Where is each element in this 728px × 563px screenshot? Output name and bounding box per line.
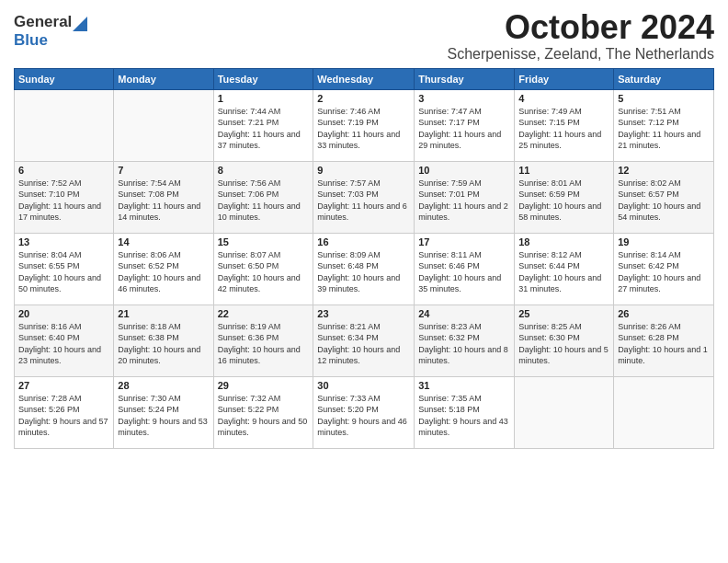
day-info: Sunrise: 8:06 AM Sunset: 6:52 PM Dayligh… — [118, 249, 209, 295]
calendar-cell: 14Sunrise: 8:06 AM Sunset: 6:52 PM Dayli… — [114, 233, 213, 304]
title-area: October 2024 Scherpenisse, Zeeland, The … — [447, 9, 714, 63]
day-info: Sunrise: 7:59 AM Sunset: 7:01 PM Dayligh… — [418, 178, 510, 224]
day-number: 19 — [618, 236, 710, 247]
svg-marker-0 — [73, 17, 87, 31]
col-friday: Friday — [515, 68, 614, 89]
day-info: Sunrise: 7:49 AM Sunset: 7:15 PM Dayligh… — [518, 106, 609, 152]
day-info: Sunrise: 7:56 AM Sunset: 7:06 PM Dayligh… — [218, 178, 310, 224]
day-info: Sunrise: 8:01 AM Sunset: 6:59 PM Dayligh… — [518, 178, 609, 224]
day-number: 21 — [118, 308, 209, 319]
day-number: 2 — [317, 93, 410, 104]
calendar-cell: 27Sunrise: 7:28 AM Sunset: 5:26 PM Dayli… — [15, 376, 114, 448]
day-info: Sunrise: 8:14 AM Sunset: 6:42 PM Dayligh… — [618, 249, 710, 295]
day-number: 6 — [18, 165, 109, 176]
day-info: Sunrise: 8:19 AM Sunset: 6:36 PM Dayligh… — [218, 321, 310, 367]
day-info: Sunrise: 7:33 AM Sunset: 5:20 PM Dayligh… — [317, 393, 410, 439]
day-number: 1 — [218, 93, 310, 104]
calendar-cell — [114, 89, 213, 161]
day-number: 8 — [218, 165, 310, 176]
day-info: Sunrise: 7:46 AM Sunset: 7:19 PM Dayligh… — [317, 106, 410, 152]
calendar-cell: 24Sunrise: 8:23 AM Sunset: 6:32 PM Dayli… — [415, 304, 515, 376]
calendar-cell: 22Sunrise: 8:19 AM Sunset: 6:36 PM Dayli… — [213, 304, 313, 376]
day-info: Sunrise: 7:47 AM Sunset: 7:17 PM Dayligh… — [418, 106, 510, 152]
calendar-cell: 3Sunrise: 7:47 AM Sunset: 7:17 PM Daylig… — [415, 89, 515, 161]
calendar-cell: 30Sunrise: 7:33 AM Sunset: 5:20 PM Dayli… — [313, 376, 415, 448]
day-number: 30 — [317, 380, 410, 391]
week-row-4: 20Sunrise: 8:16 AM Sunset: 6:40 PM Dayli… — [15, 304, 714, 376]
day-number: 9 — [317, 165, 410, 176]
calendar-cell — [515, 376, 614, 448]
day-info: Sunrise: 7:44 AM Sunset: 7:21 PM Dayligh… — [218, 106, 310, 152]
calendar-cell: 11Sunrise: 8:01 AM Sunset: 6:59 PM Dayli… — [515, 161, 614, 233]
day-number: 17 — [418, 236, 510, 247]
day-info: Sunrise: 8:04 AM Sunset: 6:55 PM Dayligh… — [18, 249, 109, 295]
col-tuesday: Tuesday — [213, 68, 313, 89]
day-number: 18 — [518, 236, 609, 247]
calendar-cell: 6Sunrise: 7:52 AM Sunset: 7:10 PM Daylig… — [15, 161, 114, 233]
day-info: Sunrise: 8:16 AM Sunset: 6:40 PM Dayligh… — [18, 321, 109, 367]
day-info: Sunrise: 8:18 AM Sunset: 6:38 PM Dayligh… — [118, 321, 209, 367]
day-number: 14 — [118, 236, 209, 247]
day-info: Sunrise: 7:54 AM Sunset: 7:08 PM Dayligh… — [118, 178, 209, 224]
col-sunday: Sunday — [15, 68, 114, 89]
day-info: Sunrise: 8:26 AM Sunset: 6:28 PM Dayligh… — [618, 321, 710, 367]
logo: General Blue — [14, 13, 87, 50]
col-wednesday: Wednesday — [313, 68, 415, 89]
day-number: 13 — [18, 236, 109, 247]
calendar-cell — [614, 376, 714, 448]
day-info: Sunrise: 8:23 AM Sunset: 6:32 PM Dayligh… — [418, 321, 510, 367]
day-number: 23 — [317, 308, 410, 319]
col-thursday: Thursday — [415, 68, 515, 89]
week-row-1: 1Sunrise: 7:44 AM Sunset: 7:21 PM Daylig… — [15, 89, 714, 161]
day-info: Sunrise: 8:02 AM Sunset: 6:57 PM Dayligh… — [618, 178, 710, 224]
day-number: 20 — [18, 308, 109, 319]
day-number: 22 — [218, 308, 310, 319]
day-number: 4 — [518, 93, 609, 104]
location-title: Scherpenisse, Zeeland, The Netherlands — [447, 46, 714, 63]
calendar-table: Sunday Monday Tuesday Wednesday Thursday… — [14, 68, 714, 449]
day-number: 5 — [618, 93, 710, 104]
calendar-cell: 16Sunrise: 8:09 AM Sunset: 6:48 PM Dayli… — [313, 233, 415, 304]
calendar-cell: 12Sunrise: 8:02 AM Sunset: 6:57 PM Dayli… — [614, 161, 714, 233]
day-info: Sunrise: 8:11 AM Sunset: 6:46 PM Dayligh… — [418, 249, 510, 295]
calendar-cell: 13Sunrise: 8:04 AM Sunset: 6:55 PM Dayli… — [15, 233, 114, 304]
day-info: Sunrise: 8:21 AM Sunset: 6:34 PM Dayligh… — [317, 321, 410, 367]
col-saturday: Saturday — [614, 68, 714, 89]
day-number: 16 — [317, 236, 410, 247]
week-row-5: 27Sunrise: 7:28 AM Sunset: 5:26 PM Dayli… — [15, 376, 714, 448]
calendar-cell — [15, 89, 114, 161]
calendar-cell: 26Sunrise: 8:26 AM Sunset: 6:28 PM Dayli… — [614, 304, 714, 376]
day-info: Sunrise: 7:32 AM Sunset: 5:22 PM Dayligh… — [218, 393, 310, 439]
logo-general-text: General — [14, 13, 72, 31]
calendar-cell: 17Sunrise: 8:11 AM Sunset: 6:46 PM Dayli… — [415, 233, 515, 304]
day-number: 27 — [18, 380, 109, 391]
calendar-cell: 10Sunrise: 7:59 AM Sunset: 7:01 PM Dayli… — [415, 161, 515, 233]
day-info: Sunrise: 7:52 AM Sunset: 7:10 PM Dayligh… — [18, 178, 109, 224]
day-info: Sunrise: 8:25 AM Sunset: 6:30 PM Dayligh… — [518, 321, 609, 367]
calendar-cell: 28Sunrise: 7:30 AM Sunset: 5:24 PM Dayli… — [114, 376, 213, 448]
calendar-header-row: Sunday Monday Tuesday Wednesday Thursday… — [15, 68, 714, 89]
calendar-cell: 1Sunrise: 7:44 AM Sunset: 7:21 PM Daylig… — [213, 89, 313, 161]
col-monday: Monday — [114, 68, 213, 89]
day-number: 3 — [418, 93, 510, 104]
logo-blue-text: Blue — [14, 31, 48, 49]
calendar-cell: 31Sunrise: 7:35 AM Sunset: 5:18 PM Dayli… — [415, 376, 515, 448]
calendar-cell: 4Sunrise: 7:49 AM Sunset: 7:15 PM Daylig… — [515, 89, 614, 161]
day-info: Sunrise: 8:09 AM Sunset: 6:48 PM Dayligh… — [317, 249, 410, 295]
calendar-cell: 8Sunrise: 7:56 AM Sunset: 7:06 PM Daylig… — [213, 161, 313, 233]
day-info: Sunrise: 7:51 AM Sunset: 7:12 PM Dayligh… — [618, 106, 710, 152]
calendar-cell: 21Sunrise: 8:18 AM Sunset: 6:38 PM Dayli… — [114, 304, 213, 376]
day-info: Sunrise: 7:28 AM Sunset: 5:26 PM Dayligh… — [18, 393, 109, 439]
calendar-cell: 20Sunrise: 8:16 AM Sunset: 6:40 PM Dayli… — [15, 304, 114, 376]
calendar-cell: 29Sunrise: 7:32 AM Sunset: 5:22 PM Dayli… — [213, 376, 313, 448]
calendar-cell: 19Sunrise: 8:14 AM Sunset: 6:42 PM Dayli… — [614, 233, 714, 304]
day-number: 7 — [118, 165, 209, 176]
logo-triangle-icon — [73, 17, 87, 31]
day-number: 11 — [518, 165, 609, 176]
month-title: October 2024 — [447, 9, 714, 46]
day-number: 28 — [118, 380, 209, 391]
day-info: Sunrise: 8:12 AM Sunset: 6:44 PM Dayligh… — [518, 249, 609, 295]
day-number: 12 — [618, 165, 710, 176]
calendar-cell: 2Sunrise: 7:46 AM Sunset: 7:19 PM Daylig… — [313, 89, 415, 161]
day-number: 26 — [618, 308, 710, 319]
